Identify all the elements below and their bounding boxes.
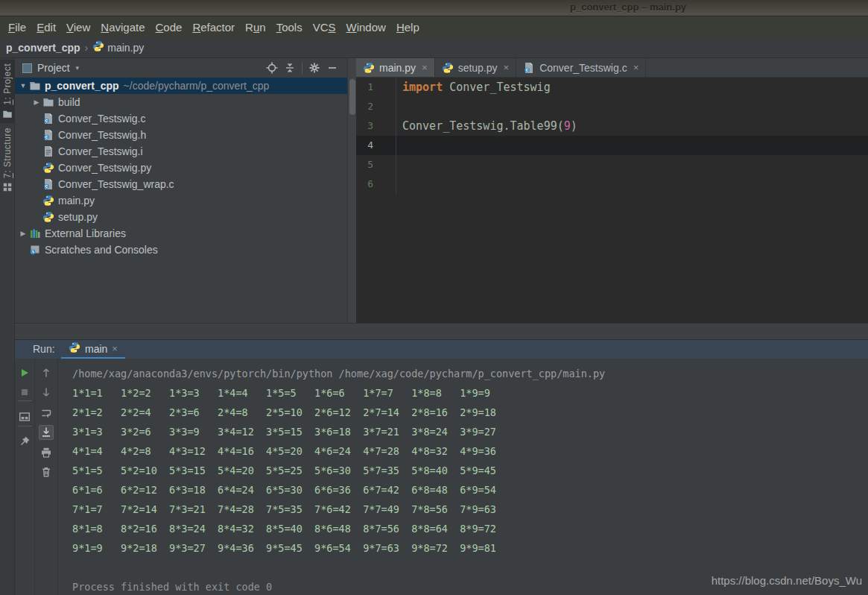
chevron-down-icon[interactable]: ▾ — [76, 64, 80, 72]
project-scrollbar[interactable] — [347, 58, 356, 323]
console-table-row-5: 5*1=5 5*2=10 5*3=15 5*4=20 5*5=25 5*6=30… — [72, 461, 868, 480]
structure-icon — [2, 182, 13, 192]
tree-item-conver-testswig-py[interactable]: Conver_Testswig.py — [15, 160, 347, 176]
settings-icon[interactable] — [308, 62, 320, 74]
tree-item-label: setup.py — [58, 211, 98, 223]
toolbar-separator — [18, 400, 32, 401]
title-bar[interactable]: p_convert_cpp – main.py — [0, 0, 868, 16]
tree-item-conver-testswig-i[interactable]: Conver_Testswig.i — [15, 143, 347, 160]
tree-item-p-convert-cpp[interactable]: ▼p_convert_cpp~/code/pycharm/p_convert_c… — [15, 78, 347, 94]
tree-item-conver-testswig-wrap-c[interactable]: Conver_Testswig_wrap.c — [15, 176, 347, 192]
breadcrumb-separator: › — [85, 42, 89, 54]
editor-tab-setup-py[interactable]: setup.py× — [435, 58, 517, 77]
line-number: 3 — [356, 116, 396, 136]
menu-window[interactable]: Window — [341, 19, 391, 36]
close-icon[interactable]: × — [633, 62, 639, 73]
tree-item-build[interactable]: ▶build — [15, 94, 347, 110]
close-icon[interactable]: × — [422, 62, 428, 73]
menu-navigate[interactable]: Navigate — [95, 19, 150, 36]
stop-icon — [19, 386, 31, 398]
close-icon[interactable]: × — [112, 343, 118, 354]
console-table-row-3: 3*1=3 3*2=6 3*3=9 3*4=12 3*5=15 3*6=18 3… — [72, 422, 868, 441]
run-tab-main[interactable]: main × — [61, 340, 125, 359]
menu-edit[interactable]: Edit — [31, 19, 61, 36]
run-toolbar-right — [35, 359, 58, 595]
tree-item-external-libraries[interactable]: ▶External Libraries — [15, 225, 347, 242]
project-tool-icon — [22, 63, 32, 73]
c-file-icon — [42, 113, 54, 125]
tree-item-main-py[interactable]: main.py — [15, 192, 347, 209]
tree-item-label: Conver_Testswig.py — [58, 162, 151, 174]
tree-item-label: Scratches and Consoles — [45, 244, 158, 256]
panel-divider — [15, 323, 868, 339]
folder-icon — [29, 80, 41, 92]
code-text — [396, 136, 868, 155]
editor-tab-bar: main.py×setup.py×Conver_Testswig.c× — [356, 58, 868, 78]
pycharm-window: p_convert_cpp – main.py FileEditViewNavi… — [0, 0, 868, 595]
code-editor[interactable]: 1import Conver_Testswig23Conver_Testswig… — [356, 78, 868, 323]
code-text — [396, 97, 868, 116]
project-panel-title[interactable]: Project — [37, 62, 70, 74]
menu-file[interactable]: File — [3, 19, 31, 36]
editor-tab-main-py[interactable]: main.py× — [356, 58, 435, 77]
project-panel-header: Project ▾ — [15, 58, 347, 78]
clear-button[interactable] — [39, 465, 54, 479]
hide-icon[interactable] — [326, 62, 338, 74]
stop-button[interactable] — [17, 385, 32, 400]
tree-item-label: main.py — [58, 195, 95, 207]
run-button[interactable] — [17, 365, 32, 380]
tree-item-setup-py[interactable]: setup.py — [15, 209, 347, 225]
close-icon[interactable]: × — [504, 62, 510, 73]
soft-wrap-button[interactable] — [39, 406, 54, 421]
pin-button[interactable] — [17, 434, 32, 449]
toolbar-separator — [18, 426, 32, 426]
toolbar-divider — [302, 62, 302, 74]
run-console[interactable]: /home/xag/anaconda3/envs/pytorch/bin/pyt… — [58, 359, 868, 595]
print-button[interactable] — [39, 445, 54, 460]
up-button[interactable] — [39, 365, 54, 380]
tree-item-conver-testswig-h[interactable]: Conver_Testswig.h — [15, 127, 347, 143]
line-number: 6 — [356, 174, 396, 194]
chevron-collapsed-icon[interactable]: ▶ — [17, 230, 29, 237]
tree-item-conver-testswig-c[interactable]: Conver_Testswig.c — [15, 110, 347, 127]
python-icon — [442, 62, 454, 74]
code-line-5[interactable]: 5 — [356, 155, 868, 174]
scroll-end-button[interactable] — [39, 425, 54, 440]
breadcrumb-project[interactable]: p_convert_cpp — [6, 42, 80, 54]
menu-view[interactable]: View — [61, 19, 95, 36]
menu-refactor[interactable]: Refactor — [187, 19, 240, 36]
code-line-3[interactable]: 3Conver_Testswig.Table99(9) — [356, 116, 868, 136]
tree-item-label: build — [58, 96, 80, 108]
project-folder-icon — [2, 109, 13, 119]
line-number: 1 — [356, 78, 396, 97]
line-number: 2 — [356, 97, 396, 116]
console-table-row-9: 9*1=9 9*2=18 9*3=27 9*4=36 9*5=45 9*6=54… — [72, 538, 868, 558]
locate-icon[interactable] — [266, 62, 278, 74]
code-line-4[interactable]: 4 — [356, 136, 868, 155]
python-icon — [42, 162, 54, 174]
restore-layout-button[interactable] — [17, 409, 32, 424]
menu-tools[interactable]: Tools — [271, 19, 308, 36]
tool-stripe-project[interactable]: 1: Project — [0, 60, 15, 123]
menu-vcs[interactable]: VCS — [308, 19, 341, 36]
tool-stripe-structure[interactable]: 7: Structure — [0, 124, 15, 196]
menu-run[interactable]: Run — [240, 19, 271, 36]
chevron-collapsed-icon[interactable]: ▶ — [31, 98, 42, 106]
down-button[interactable] — [39, 385, 54, 400]
breadcrumb-file[interactable]: main.py — [92, 40, 144, 54]
python-icon — [42, 211, 54, 223]
code-line-2[interactable]: 2 — [356, 97, 868, 116]
menu-help[interactable]: Help — [391, 19, 425, 36]
code-line-1[interactable]: 1import Conver_Testswig — [356, 78, 868, 97]
menu-code[interactable]: Code — [151, 19, 188, 36]
c-file-icon — [523, 62, 535, 74]
editor-tab-conver-testswig-c[interactable]: Conver_Testswig.c× — [516, 58, 646, 77]
scrollbar-thumb[interactable] — [349, 79, 355, 115]
code-text — [396, 174, 868, 194]
project-tree: ▼p_convert_cpp~/code/pycharm/p_convert_c… — [15, 78, 347, 258]
collapse-all-icon[interactable] — [284, 62, 296, 74]
chevron-expanded-icon[interactable]: ▼ — [17, 82, 29, 89]
tool-stripe-label: 7: Structure — [2, 128, 13, 178]
code-line-6[interactable]: 6 — [356, 174, 868, 194]
tree-item-scratches-and-consoles[interactable]: Scratches and Consoles — [15, 242, 347, 258]
